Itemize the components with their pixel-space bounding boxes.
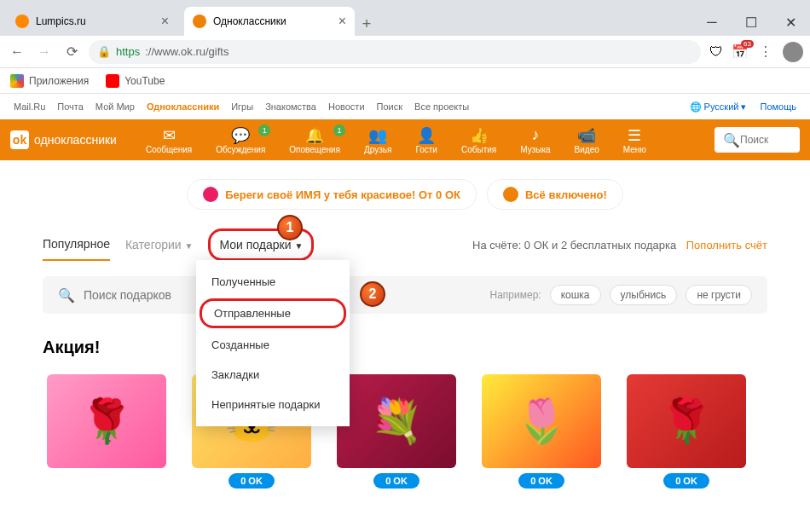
- nav-icon: ☰: [628, 126, 641, 145]
- gift-card[interactable]: 🌹: [43, 374, 171, 489]
- apps-icon: [10, 74, 24, 88]
- nav-label: Сообщения: [146, 145, 192, 154]
- promo-pill[interactable]: Всё включено!: [487, 179, 623, 210]
- nav-label: Меню: [623, 145, 646, 154]
- ok-logo-icon: ok: [10, 130, 29, 149]
- gift-card[interactable]: 🌹0 OK: [622, 374, 750, 489]
- close-window-button[interactable]: ✕: [771, 9, 810, 36]
- url-field[interactable]: 🔒 https://www.ok.ru/gifts: [89, 40, 701, 64]
- gifts-row: 🌹🐱0 OK💐0 OK🌷0 OK🌹0 OK: [0, 366, 810, 497]
- gift-price: 0 OK: [373, 473, 419, 489]
- help-link[interactable]: Помощь: [761, 101, 797, 112]
- tab-title: Одноклассники: [213, 15, 286, 27]
- nav-badge: 1: [258, 124, 270, 136]
- nav-item[interactable]: 👍События: [449, 126, 508, 154]
- dropdown-item-sent[interactable]: Отправленные: [200, 298, 346, 328]
- gift-card[interactable]: 💐0 OK: [333, 374, 460, 489]
- toplink-games[interactable]: Игры: [231, 101, 253, 112]
- youtube-icon: [106, 74, 119, 88]
- nav-icon: 🔔: [305, 126, 324, 145]
- dropdown-item-bookmarks[interactable]: Закладки: [196, 360, 350, 390]
- forward-button[interactable]: →: [34, 42, 55, 62]
- gift-image: 🌹: [47, 374, 166, 468]
- nav-item[interactable]: 💬Обсуждения1: [204, 126, 277, 154]
- search-icon: 🔍: [58, 287, 75, 304]
- close-icon[interactable]: ×: [338, 14, 346, 29]
- suggest-chips: Например: кошка улыбнись не грусти: [490, 285, 752, 305]
- gift-image: 💐: [337, 374, 456, 468]
- nav-item[interactable]: 👤Гости: [403, 126, 448, 154]
- menu-button[interactable]: ⋮: [755, 42, 776, 62]
- tab-odnoklassniki[interactable]: Одноклассники ×: [184, 7, 355, 36]
- topup-link[interactable]: Пополнить счёт: [686, 239, 767, 252]
- pill-icon: [203, 187, 218, 202]
- minimize-button[interactable]: ─: [692, 9, 732, 36]
- toplink-news[interactable]: Новости: [328, 101, 365, 112]
- nav-icon: 👍: [470, 126, 489, 145]
- close-icon[interactable]: ×: [161, 14, 169, 29]
- nav-item[interactable]: ☰Меню: [611, 126, 658, 154]
- nav-item[interactable]: 📹Видео: [563, 126, 611, 154]
- ok-nav-items: ✉Сообщения💬Обсуждения1🔔Оповещения1👥Друзь…: [134, 126, 658, 154]
- toplink-mailru[interactable]: Mail.Ru: [14, 101, 45, 112]
- nav-item[interactable]: 🔔Оповещения1: [277, 126, 352, 154]
- nav-label: События: [461, 145, 496, 154]
- nav-label: Обсуждения: [216, 145, 265, 154]
- my-gifts-dropdown: Полученные Отправленные Созданные Заклад…: [196, 260, 350, 426]
- ok-logo[interactable]: ok одноклассники: [10, 130, 117, 149]
- chip[interactable]: кошка: [550, 285, 601, 305]
- tab-categories[interactable]: Категории ▼: [125, 229, 193, 260]
- bookmark-youtube[interactable]: YouTube: [106, 74, 165, 88]
- favicon-icon: [193, 14, 206, 28]
- nav-item[interactable]: 👥Друзья: [352, 126, 403, 154]
- annotation-marker-1: 1: [277, 215, 303, 240]
- tab-popular[interactable]: Популярное: [43, 228, 110, 261]
- nav-item[interactable]: ✉Сообщения: [134, 126, 204, 154]
- maximize-button[interactable]: ☐: [732, 9, 771, 36]
- nav-label: Друзья: [364, 145, 391, 154]
- window-controls: ─ ☐ ✕: [692, 9, 810, 36]
- favicon-icon: [15, 14, 29, 28]
- chip[interactable]: не грусти: [686, 285, 752, 305]
- back-button[interactable]: ←: [7, 42, 27, 62]
- gift-price: 0 OK: [518, 473, 564, 489]
- gift-price: 0 OK: [229, 473, 275, 489]
- url-rest: ://www.ok.ru/gifts: [145, 45, 229, 58]
- nav-icon: 👥: [368, 126, 387, 145]
- promo-pill[interactable]: Береги своё ИМЯ у тебя красивое! От 0 ОК: [187, 179, 477, 210]
- gift-card[interactable]: 🌷0 OK: [477, 374, 605, 489]
- language-selector[interactable]: 🌐 Русский ▾: [690, 101, 747, 113]
- nav-badge: 1: [333, 124, 345, 136]
- toplink-mail[interactable]: Почта: [57, 101, 84, 112]
- navbar-search-input[interactable]: [740, 134, 791, 146]
- dropdown-item-created[interactable]: Созданные: [196, 330, 350, 360]
- new-tab-button[interactable]: +: [355, 12, 379, 36]
- chip[interactable]: улыбнись: [610, 285, 678, 305]
- extension-icon[interactable]: 🛡: [708, 43, 725, 61]
- search-icon: 🔍: [723, 132, 740, 148]
- bookmarks-bar: Приложения YouTube: [0, 68, 810, 94]
- ok-navbar-search[interactable]: 🔍: [715, 127, 800, 153]
- nav-icon: ✉: [163, 126, 176, 145]
- browser-titlebar: Lumpics.ru × Одноклассники × + ─ ☐ ✕: [0, 0, 810, 36]
- gift-price: 0 OK: [663, 473, 709, 489]
- nav-label: Гости: [415, 145, 437, 154]
- toplink-dating[interactable]: Знакомства: [265, 101, 316, 112]
- toplink-odnoklassniki[interactable]: Одноклассники: [147, 101, 219, 112]
- nav-label: Оповещения: [289, 145, 340, 154]
- url-scheme: https: [116, 45, 140, 58]
- bookmark-apps[interactable]: Приложения: [10, 74, 89, 88]
- tab-lumpics[interactable]: Lumpics.ru ×: [7, 7, 177, 36]
- profile-avatar[interactable]: [783, 42, 803, 62]
- reload-button[interactable]: ⟳: [61, 42, 82, 62]
- toplink-search[interactable]: Поиск: [377, 101, 402, 112]
- nav-label: Видео: [575, 145, 599, 154]
- toplink-allprojects[interactable]: Все проекты: [414, 101, 469, 112]
- extension-badge-icon[interactable]: 📅63: [732, 43, 749, 61]
- annotation-marker-2: 2: [360, 281, 385, 307]
- nav-item[interactable]: ♪Музыка: [508, 126, 562, 154]
- dropdown-item-received[interactable]: Полученные: [196, 267, 350, 297]
- content-tabs: Популярное Категории ▼ Мои подарки ▼ 1 Н…: [0, 228, 810, 261]
- toplink-mymir[interactable]: Мой Мир: [95, 101, 135, 112]
- dropdown-item-unaccepted[interactable]: Непринятые подарки: [196, 390, 350, 419]
